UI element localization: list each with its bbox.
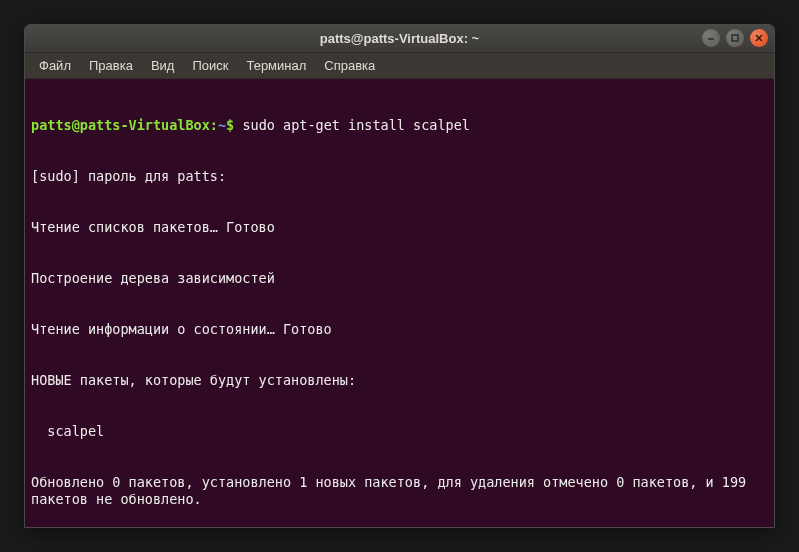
minimize-button[interactable] xyxy=(702,29,720,47)
menu-search[interactable]: Поиск xyxy=(184,55,236,76)
prompt-user-host: patts@patts-VirtualBox xyxy=(31,117,210,133)
output-line: [sudo] пароль для patts: xyxy=(31,168,768,185)
menu-terminal[interactable]: Терминал xyxy=(238,55,314,76)
terminal-body[interactable]: patts@patts-VirtualBox:~$ sudo apt-get i… xyxy=(25,79,774,528)
minimize-icon xyxy=(706,33,716,43)
output-line: НОВЫЕ пакеты, которые будут установлены: xyxy=(31,372,768,389)
output-line: Чтение списков пакетов… Готово xyxy=(31,219,768,236)
menu-edit[interactable]: Правка xyxy=(81,55,141,76)
output-line: Обновлено 0 пакетов, установлено 1 новых… xyxy=(31,474,768,508)
menubar: Файл Правка Вид Поиск Терминал Справка xyxy=(25,53,774,79)
menu-help[interactable]: Справка xyxy=(316,55,383,76)
maximize-button[interactable] xyxy=(726,29,744,47)
command-text: sudo apt-get install scalpel xyxy=(242,117,470,133)
titlebar[interactable]: patts@patts-VirtualBox: ~ xyxy=(25,25,774,53)
close-button[interactable] xyxy=(750,29,768,47)
menu-view[interactable]: Вид xyxy=(143,55,183,76)
prompt-symbol: $ xyxy=(226,117,234,133)
window-controls xyxy=(702,29,768,47)
prompt-separator: : xyxy=(210,117,218,133)
output-line: scalpel xyxy=(31,423,768,440)
menu-file[interactable]: Файл xyxy=(31,55,79,76)
output-line: Чтение информации о состоянии… Готово xyxy=(31,321,768,338)
output-line: Построение дерева зависимостей xyxy=(31,270,768,287)
maximize-icon xyxy=(730,33,740,43)
close-icon xyxy=(754,33,764,43)
window-title: patts@patts-VirtualBox: ~ xyxy=(320,31,479,46)
prompt-path: ~ xyxy=(218,117,226,133)
prompt-line: patts@patts-VirtualBox:~$ sudo apt-get i… xyxy=(31,117,768,134)
svg-rect-1 xyxy=(732,35,738,41)
terminal-window: patts@patts-VirtualBox: ~ Файл Правка Ви… xyxy=(24,24,775,528)
